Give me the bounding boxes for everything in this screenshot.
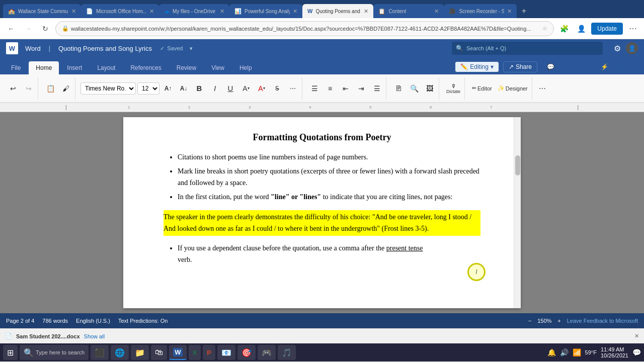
tab-references[interactable]: References	[123, 61, 168, 74]
present-tense-link[interactable]: present tense	[386, 244, 423, 252]
zoom-in-button[interactable]: +	[557, 318, 560, 324]
highlight-color-button[interactable]: A ▾	[239, 81, 253, 96]
tab-recorder[interactable]: 🎥 Screen Recorder - Sc... ✕	[444, 4, 517, 18]
app1-taskbar-button[interactable]: 🎯	[237, 345, 256, 360]
task-view-button[interactable]: ⬛	[91, 345, 109, 360]
format-painter-button[interactable]: 🖌	[59, 81, 73, 96]
tab-close-2[interactable]: ✕	[149, 8, 154, 15]
catchup-button[interactable]: ⚡ Catch up	[595, 61, 640, 72]
show-all-button[interactable]: Show all	[84, 333, 105, 339]
add-tab-button[interactable]: +	[517, 4, 531, 18]
numbering-button[interactable]: ≡	[323, 81, 337, 96]
update-button[interactable]: Update	[591, 23, 623, 35]
feedback-link[interactable]: Leave Feedback to Microsoft	[567, 318, 638, 324]
store-button[interactable]: 🛍	[151, 345, 167, 360]
document-area: Formatting Quotations from Poetry Citati…	[0, 112, 644, 313]
bookmark-icon[interactable]: ☆	[542, 25, 547, 32]
tab-close-3[interactable]: ✕	[220, 8, 224, 15]
tab-layout[interactable]: Layout	[90, 61, 122, 74]
zoom-out-button[interactable]: −	[528, 318, 531, 324]
comments-button[interactable]: 💬 Comments	[541, 61, 591, 72]
tab-icon-4: 📊	[234, 8, 242, 15]
search-taskbar-button[interactable]: 🔍 Type here to search	[20, 345, 89, 360]
forward-button[interactable]: →	[21, 22, 35, 36]
undo-button[interactable]: ↩	[6, 81, 20, 96]
tab-insert[interactable]: Insert	[60, 61, 89, 74]
start-button[interactable]: ⊞	[3, 345, 18, 360]
browser-tab-bar: 🏫 Wallace State Commu... ✕ 📄 Microsoft O…	[0, 0, 644, 18]
wifi-icon[interactable]: 📶	[573, 348, 581, 356]
outlook-taskbar-button[interactable]: 📧	[217, 345, 235, 360]
powerpoint-taskbar-button[interactable]: P	[203, 345, 215, 360]
bullets-button[interactable]: ☰	[307, 81, 321, 96]
decrease-font-button[interactable]: A↓	[177, 81, 191, 96]
bullet-item-4: If you use a dependent clause before the…	[178, 243, 480, 265]
more-button[interactable]: ⋯	[286, 81, 300, 96]
clipboard-button[interactable]: 📋	[43, 81, 57, 96]
tab-close-1[interactable]: ✕	[71, 8, 76, 15]
tab-view[interactable]: View	[204, 61, 231, 74]
tab-close-6[interactable]: ✕	[434, 8, 439, 15]
font-color-button[interactable]: A ▾	[255, 81, 269, 96]
share-button[interactable]: ↗ Share	[503, 61, 537, 72]
profile-avatar[interactable]: 👤	[626, 42, 638, 54]
bold-button[interactable]: B	[192, 81, 206, 96]
excel-taskbar-button[interactable]: X	[189, 345, 201, 360]
ribbon-tab-bar: File Home Insert Layout References Revie…	[0, 57, 644, 74]
editing-icon: ✏️	[460, 63, 468, 70]
decrease-indent-button[interactable]: ⇤	[339, 81, 353, 96]
insert-image-button[interactable]: 🖼	[423, 81, 437, 96]
increase-indent-button[interactable]: ⇥	[354, 81, 368, 96]
redo-button[interactable]: ↪	[22, 81, 36, 96]
clear-formatting-button[interactable]: 🖹	[391, 81, 406, 96]
toast-bar: 📄 Sam Student 202....docx Show all ✕	[0, 328, 644, 343]
find-button[interactable]: 🔍	[407, 81, 421, 96]
increase-font-button[interactable]: A↑	[161, 81, 175, 96]
vertical-scrollbar[interactable]	[514, 117, 521, 308]
explorer-button[interactable]: 📁	[131, 345, 149, 360]
edge-button[interactable]: 🌐	[111, 345, 129, 360]
app3-taskbar-button[interactable]: 🎵	[278, 345, 296, 360]
italic-button[interactable]: I	[208, 81, 222, 96]
settings-icon[interactable]: ⚙	[614, 44, 621, 53]
tab-song-analysis[interactable]: 📊 Powerful Song Analy... ✕	[229, 4, 302, 18]
profile-button[interactable]: 👤	[574, 22, 588, 36]
app2-taskbar-button[interactable]: 🎮	[258, 345, 276, 360]
tab-home[interactable]: Home	[29, 61, 59, 74]
align-button[interactable]: ☰	[370, 81, 384, 96]
toast-close-button[interactable]: ✕	[634, 333, 639, 339]
tab-content[interactable]: 📋 Content ✕	[373, 4, 444, 18]
dropdown-arrow-icon[interactable]: ▾	[190, 45, 193, 52]
tab-office[interactable]: 📄 Microsoft Office Hom... ✕	[81, 4, 159, 18]
designer-button[interactable]: ✨ Designer	[496, 81, 530, 96]
tab-close-4[interactable]: ✕	[293, 8, 297, 15]
scroll-thumb[interactable]	[515, 155, 520, 175]
font-name-select[interactable]: Times New Ro...	[80, 82, 136, 95]
speaker-icon[interactable]: 🔊	[560, 348, 569, 356]
notification-center-icon[interactable]: 💬	[632, 348, 641, 356]
editing-button[interactable]: ✏️ Editing ▾	[455, 61, 499, 72]
tab-close-7[interactable]: ✕	[507, 8, 512, 15]
refresh-button[interactable]: ↻	[38, 22, 52, 36]
settings-button[interactable]: ⋯	[626, 22, 640, 36]
tab-file[interactable]: File	[4, 61, 28, 74]
tab-onedrive[interactable]: ☁ My files - OneDrive ✕	[159, 4, 229, 18]
notification-icon[interactable]: 🔔	[547, 348, 556, 356]
tab-wallace[interactable]: 🏫 Wallace State Commu... ✕	[3, 4, 81, 18]
strikethrough-button[interactable]: S̶	[270, 81, 284, 96]
more-tools-button[interactable]: ⋯	[535, 81, 549, 96]
underline-button[interactable]: U	[223, 81, 237, 96]
back-button[interactable]: ←	[4, 22, 18, 36]
tab-close-5[interactable]: ✕	[364, 8, 368, 15]
tab-quoting-active[interactable]: W Quoting Poems and S... ✕	[302, 4, 373, 18]
dictate-button[interactable]: 🎙 Dictate	[444, 81, 462, 96]
font-size-select[interactable]: 12	[137, 82, 159, 95]
tab-help[interactable]: Help	[232, 61, 259, 74]
editor-button[interactable]: ✏ Editor	[470, 81, 494, 96]
font-group: Times New Ro... 12 A↑ A↓ B I U A ▾ A ▾ S…	[78, 77, 302, 100]
word-search-box[interactable]: 🔍 Search (Alt + Q)	[452, 42, 603, 55]
word-taskbar-button[interactable]: W	[169, 345, 186, 360]
tab-review[interactable]: Review	[170, 61, 203, 74]
extensions-button[interactable]: 🧩	[557, 22, 571, 36]
url-bar[interactable]: 🔒 wallacestateedu-my.sharepoint.com/w;/r…	[55, 21, 554, 36]
